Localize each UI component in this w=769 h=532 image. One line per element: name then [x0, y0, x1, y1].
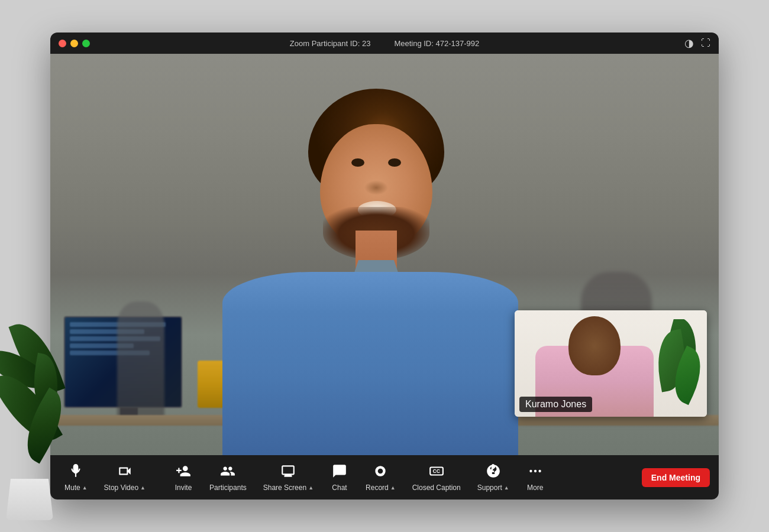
toolbar: Mute▲ Stop Video▲ — [50, 455, 719, 499]
svg-point-4 — [529, 469, 532, 472]
participants-button[interactable]: Participants — [201, 460, 255, 495]
maximize-button[interactable] — [82, 40, 90, 47]
participants-label: Participants — [209, 484, 247, 492]
person-shirt — [222, 272, 518, 455]
svg-text:CC: CC — [432, 468, 440, 474]
pip-head — [568, 316, 621, 375]
closed-caption-icon: CC — [429, 463, 444, 481]
svg-point-1 — [378, 468, 383, 473]
stop-video-label: Stop Video▲ — [104, 484, 146, 492]
stop-video-button[interactable]: Stop Video▲ — [96, 460, 154, 495]
fullscreen-icon[interactable]: ⛶ — [701, 38, 710, 48]
pip-name-tag: Kuramo Jones — [519, 397, 592, 412]
closed-caption-label: Closed Caption — [412, 484, 461, 492]
svg-point-5 — [534, 469, 537, 472]
zoom-window: Zoom Participant ID: 23 Meeting ID: 472-… — [50, 33, 719, 499]
share-screen-label: Share Screen▲ — [263, 484, 314, 492]
dark-mode-icon[interactable]: ◑ — [684, 37, 694, 50]
record-icon — [373, 463, 388, 481]
pip-name-text: Kuramo Jones — [525, 399, 586, 409]
chat-button[interactable]: Chat — [322, 460, 357, 495]
more-icon — [528, 463, 543, 481]
more-button[interactable]: More — [518, 460, 553, 495]
svg-point-6 — [538, 469, 541, 472]
person-eye-right — [388, 158, 401, 167]
participant-id-label: Zoom Participant ID: 23 — [290, 39, 371, 48]
support-button[interactable]: Support▲ — [469, 460, 518, 495]
title-bar-right: ◑ ⛶ — [684, 37, 710, 50]
end-meeting-button[interactable]: End Meeting — [642, 468, 710, 487]
chat-label: Chat — [332, 484, 347, 492]
toolbar-items: Mute▲ Stop Video▲ — [56, 460, 642, 495]
support-icon — [486, 463, 501, 481]
invite-button[interactable]: Invite — [166, 460, 201, 495]
video-area: Kuramo Jones — [50, 54, 719, 455]
pip-video-composite: Kuramo Jones — [515, 310, 707, 417]
closed-caption-button[interactable]: CC Closed Caption — [404, 460, 469, 495]
meeting-id-label: Meeting ID: 472-137-992 — [394, 39, 479, 48]
invite-icon — [176, 463, 191, 481]
chat-icon — [332, 463, 347, 481]
share-screen-button[interactable]: Share Screen▲ — [255, 460, 322, 495]
video-icon — [117, 463, 133, 481]
background-person-left — [117, 301, 164, 420]
traffic-lights — [59, 40, 90, 47]
title-bar: Zoom Participant ID: 23 Meeting ID: 472-… — [50, 33, 719, 54]
minimize-button[interactable] — [70, 40, 78, 47]
support-label: Support▲ — [477, 484, 509, 492]
participants-icon — [220, 463, 235, 481]
plant-pot — [6, 479, 53, 520]
record-button[interactable]: Record▲ — [357, 460, 404, 495]
close-button[interactable] — [59, 40, 66, 47]
more-label: More — [527, 484, 543, 492]
person-nose — [364, 180, 388, 195]
invite-label: Invite — [175, 484, 192, 492]
pip-video: Kuramo Jones — [515, 310, 707, 417]
record-label: Record▲ — [366, 484, 396, 492]
person-eye-left — [351, 158, 364, 167]
title-bar-center: Zoom Participant ID: 23 Meeting ID: 472-… — [290, 39, 479, 48]
share-screen-icon — [280, 463, 296, 481]
mute-icon — [68, 463, 83, 481]
